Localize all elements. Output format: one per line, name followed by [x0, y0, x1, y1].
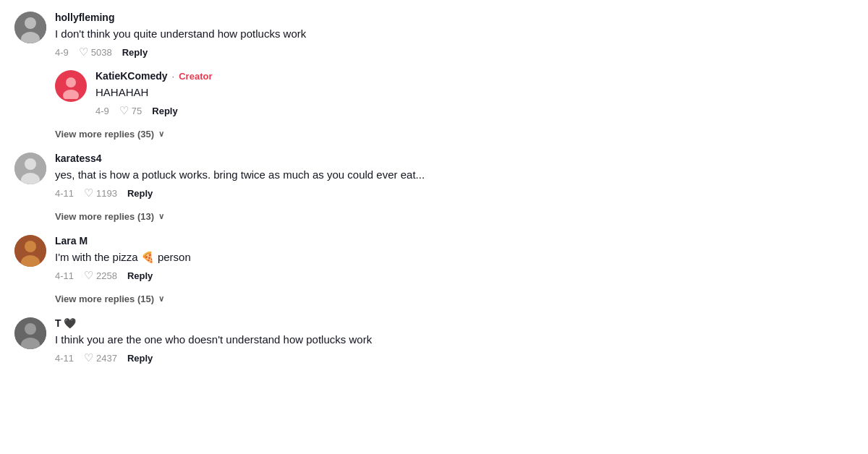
view-more-replies-button[interactable]: View more replies (35) ∨ [55, 129, 164, 140]
comment-date: 4-9 [55, 47, 69, 58]
like-group: ♡ 2258 [84, 269, 117, 282]
avatar [55, 70, 87, 102]
comment-actions: 4-9 ♡ 75 Reply [95, 104, 854, 117]
comment-block: hollyfleming I don't think you quite und… [14, 12, 854, 59]
reply-button[interactable]: Reply [122, 47, 148, 58]
dot-separator: · [172, 71, 175, 82]
comment-block: karatess4 yes, that is how a potluck wor… [14, 153, 854, 200]
svg-point-10 [25, 241, 36, 252]
comment-section-3: Lara M I'm with the pizza 🍕 person 4-11 … [14, 235, 854, 304]
comment-text: HAHAHAH [95, 85, 854, 100]
username: KatieKComedy [95, 70, 168, 82]
view-more-replies-button[interactable]: View more replies (15) ∨ [55, 294, 164, 304]
like-group: ♡ 5038 [79, 46, 112, 59]
svg-point-7 [25, 158, 36, 170]
comment-block: Lara M I'm with the pizza 🍕 person 4-11 … [14, 235, 854, 282]
username: Lara M [55, 235, 88, 247]
view-more-replies-button[interactable]: View more replies (13) ∨ [55, 211, 164, 222]
reply-button[interactable]: Reply [127, 353, 153, 364]
chevron-down-icon: ∨ [158, 212, 164, 221]
view-more-label: View more replies (13) [55, 211, 154, 222]
comment-meta: T 🖤 [55, 317, 854, 329]
heart-icon[interactable]: ♡ [84, 187, 93, 200]
comment-body: karatess4 yes, that is how a potluck wor… [55, 153, 854, 200]
like-count: 1193 [96, 188, 117, 199]
like-count: 5038 [91, 47, 112, 58]
comment-section-1: hollyfleming I don't think you quite und… [14, 12, 854, 140]
comment-block: KatieKComedy · Creator HAHAHAH 4-9 ♡ 75 … [55, 70, 854, 117]
like-count: 75 [132, 106, 142, 116]
like-group: ♡ 2437 [84, 351, 117, 364]
heart-icon[interactable]: ♡ [84, 269, 93, 282]
avatar [14, 235, 46, 267]
svg-point-4 [66, 77, 76, 87]
comment-section-2: karatess4 yes, that is how a potluck wor… [14, 153, 854, 222]
comment-meta: hollyfleming [55, 12, 854, 23]
reply-button[interactable]: Reply [127, 270, 153, 281]
creator-badge: Creator [179, 71, 212, 82]
avatar [14, 153, 46, 184]
comment-body: KatieKComedy · Creator HAHAHAH 4-9 ♡ 75 … [95, 70, 854, 117]
comment-actions: 4-11 ♡ 2437 Reply [55, 351, 854, 364]
comment-text: I'm with the pizza 🍕 person [55, 249, 854, 265]
username: hollyfleming [55, 12, 114, 23]
heart-icon[interactable]: ♡ [84, 351, 93, 364]
comment-date: 4-9 [95, 106, 109, 116]
like-count: 2258 [96, 270, 117, 281]
comment-meta: KatieKComedy · Creator [95, 70, 854, 82]
comment-actions: 4-11 ♡ 2258 Reply [55, 269, 854, 282]
comment-body: hollyfleming I don't think you quite und… [55, 12, 854, 59]
chevron-down-icon: ∨ [158, 294, 164, 304]
reply-button[interactable]: Reply [152, 106, 177, 116]
view-more-label: View more replies (15) [55, 294, 154, 304]
reply-button[interactable]: Reply [127, 188, 153, 199]
avatar [14, 317, 46, 349]
comment-body: Lara M I'm with the pizza 🍕 person 4-11 … [55, 235, 854, 282]
comment-text: I think you are the one who doesn't unde… [55, 332, 854, 347]
avatar [14, 12, 46, 43]
comment-block: T 🖤 I think you are the one who doesn't … [14, 317, 854, 364]
like-count: 2437 [96, 353, 117, 364]
username: T 🖤 [55, 317, 76, 329]
comment-text: yes, that is how a potluck works. bring … [55, 167, 854, 182]
replies-indent: KatieKComedy · Creator HAHAHAH 4-9 ♡ 75 … [55, 70, 854, 117]
view-more-label: View more replies (35) [55, 129, 154, 140]
comment-meta: Lara M [55, 235, 854, 247]
comment-text: I don't think you quite understand how p… [55, 26, 854, 41]
like-group: ♡ 1193 [84, 187, 117, 200]
like-group: ♡ 75 [119, 104, 142, 117]
svg-point-13 [25, 323, 36, 335]
comment-section-4: T 🖤 I think you are the one who doesn't … [14, 317, 854, 364]
username: karatess4 [55, 153, 102, 164]
svg-point-1 [25, 17, 36, 29]
comment-meta: karatess4 [55, 153, 854, 164]
chevron-down-icon: ∨ [158, 129, 164, 139]
comment-actions: 4-9 ♡ 5038 Reply [55, 46, 854, 59]
heart-icon[interactable]: ♡ [79, 46, 88, 59]
comment-body: T 🖤 I think you are the one who doesn't … [55, 317, 854, 364]
heart-icon[interactable]: ♡ [119, 104, 129, 117]
comment-date: 4-11 [55, 353, 74, 364]
comment-date: 4-11 [55, 270, 74, 281]
comment-date: 4-11 [55, 188, 74, 199]
comment-actions: 4-11 ♡ 1193 Reply [55, 187, 854, 200]
